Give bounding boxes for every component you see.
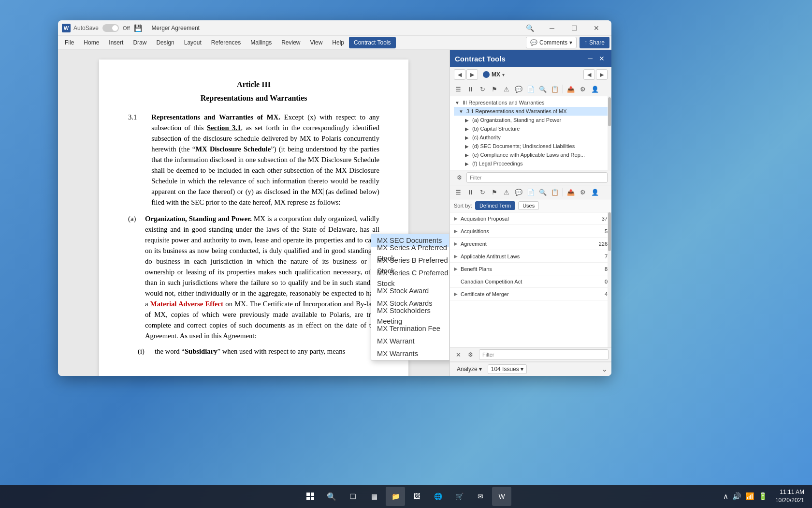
share-button[interactable]: ↑ Share: [580, 37, 609, 48]
toolbar2-refresh-icon[interactable]: ↻: [477, 187, 488, 197]
taskbar-clock[interactable]: 11:11 AM 10/20/2021: [771, 488, 808, 505]
sort-uses-btn[interactable]: Uses: [518, 201, 539, 210]
document-page[interactable]: Article III Representations and Warranti…: [99, 60, 408, 376]
nav-next-btn[interactable]: ▶: [466, 69, 478, 80]
toolbar-note-icon[interactable]: 📋: [550, 84, 560, 94]
maximize-btn[interactable]: ☐: [563, 20, 585, 36]
save-icon[interactable]: 💾: [134, 24, 142, 32]
menu-design[interactable]: Design: [151, 37, 179, 48]
tree-item-3[interactable]: ▶ (b) Capital Structure: [460, 124, 611, 133]
term-item-1[interactable]: ▶ Acquisitions 5: [450, 225, 611, 238]
taskbar-explorer-btn[interactable]: 📁: [386, 487, 405, 506]
analyze-btn[interactable]: Analyze ▾: [454, 365, 485, 374]
title-search-btn[interactable]: 🔍: [519, 20, 541, 36]
panel-nav-prev[interactable]: ◀: [583, 69, 595, 80]
term-item-5[interactable]: ▶ Canadian Competition Act 0: [450, 275, 611, 288]
menu-references[interactable]: References: [206, 37, 246, 48]
toolbar-user-icon[interactable]: 👤: [590, 84, 600, 94]
sort-by-label: Sort by:: [454, 203, 472, 209]
toolbar-comment-icon[interactable]: 💬: [513, 84, 524, 94]
bottom-settings-btn[interactable]: ⚙: [465, 349, 476, 360]
toolbar-list-icon[interactable]: ☰: [453, 84, 464, 94]
nav-prev-btn[interactable]: ◀: [454, 69, 465, 80]
expand-panel-btn[interactable]: ⌄: [602, 365, 608, 373]
tree-item-6[interactable]: ▶ (e) Compliance with Applicable Laws an…: [460, 150, 611, 159]
taskbar-taskview-btn[interactable]: ❑: [343, 487, 362, 506]
tree-item-4[interactable]: ▶ (c) Authority: [460, 133, 611, 142]
taskbar-word-btn[interactable]: W: [492, 487, 511, 506]
start-menu-btn[interactable]: [301, 487, 320, 506]
tree-item-7[interactable]: ▶ (f) Legal Proceedings: [460, 159, 611, 168]
toolbar2-pause-icon[interactable]: ⏸: [465, 187, 476, 197]
dropdown-item-8[interactable]: MX Warrant: [371, 335, 450, 347]
toolbar2-doc-icon[interactable]: 📄: [525, 187, 536, 197]
menu-view[interactable]: View: [305, 37, 328, 48]
toolbar-refresh-icon[interactable]: ↻: [477, 84, 488, 94]
panel-minimize-btn[interactable]: ─: [585, 54, 595, 63]
taskbar-mail-btn[interactable]: ✉: [471, 487, 490, 506]
close-btn[interactable]: ✕: [585, 20, 608, 36]
sort-defined-term-btn[interactable]: Defined Term: [475, 201, 515, 210]
tree-item-1[interactable]: ▼ 3.1 Representations and Warranties of …: [454, 107, 611, 116]
menu-layout[interactable]: Layout: [179, 37, 206, 48]
term-item-4[interactable]: ▶ Benefit Plans 8: [450, 263, 611, 275]
menu-help[interactable]: Help: [327, 37, 349, 48]
toolbar-settings-icon[interactable]: ⚙: [578, 84, 588, 94]
filter-input[interactable]: [466, 172, 608, 183]
tree-item-0[interactable]: ▼ III Representations and Warranties: [450, 98, 611, 107]
taskbar-widgets-btn[interactable]: ▦: [364, 487, 384, 506]
tree-item-5[interactable]: ▶ (d) SEC Documents; Undisclosed Liabili…: [460, 142, 611, 150]
document-area[interactable]: Article III Representations and Warranti…: [58, 50, 450, 376]
tray-battery-icon[interactable]: 🔋: [758, 492, 768, 501]
toolbar2-export-icon[interactable]: 📤: [566, 187, 576, 197]
menu-home[interactable]: Home: [79, 37, 104, 48]
taskbar-search-btn[interactable]: 🔍: [322, 487, 341, 506]
dropdown-item-6[interactable]: MX Stockholders Meeting: [371, 310, 450, 322]
issues-btn[interactable]: 104 Issues ▾: [488, 364, 527, 374]
dropdown-item-9[interactable]: MX Warrants: [371, 347, 450, 360]
menu-insert[interactable]: Insert: [104, 37, 128, 48]
autosave-toggle[interactable]: [102, 24, 119, 32]
toolbar2-note-icon[interactable]: 📋: [550, 187, 560, 197]
toolbar2-list-icon[interactable]: ☰: [453, 187, 464, 197]
panel-nav-next[interactable]: ▶: [596, 69, 608, 80]
toolbar2-comment-icon[interactable]: 💬: [513, 187, 524, 197]
panel-close-btn[interactable]: ✕: [597, 54, 607, 63]
bottom-close-icon[interactable]: ✕: [453, 349, 464, 360]
toolbar2-alert-icon[interactable]: ⚠: [501, 187, 512, 197]
tray-chevron-icon[interactable]: ∧: [723, 492, 728, 501]
toolbar-alert-icon[interactable]: ⚠: [501, 84, 512, 94]
menu-review[interactable]: Review: [276, 37, 305, 48]
menu-file[interactable]: File: [60, 37, 79, 48]
toolbar-search-icon[interactable]: 🔍: [537, 84, 548, 94]
term-item-6[interactable]: ▶ Certificate of Merger 4: [450, 288, 611, 300]
toolbar-doc-icon[interactable]: 📄: [525, 84, 536, 94]
toolbar2-user-icon[interactable]: 👤: [590, 187, 600, 197]
filter-settings-btn[interactable]: ⚙: [454, 172, 464, 183]
taskbar-store-btn[interactable]: 🛒: [450, 487, 469, 506]
taskbar-photos-btn[interactable]: 🖼: [407, 487, 426, 506]
toolbar-pause-icon[interactable]: ⏸: [465, 84, 476, 94]
toolbar2-search-icon[interactable]: 🔍: [537, 187, 548, 197]
bottom-filter-input[interactable]: [479, 349, 609, 360]
term-item-0[interactable]: ▶ Acquisition Proposal 37: [450, 212, 611, 225]
comments-button[interactable]: 💬 Comments ▾: [526, 37, 577, 48]
toolbar-export-icon[interactable]: 📤: [566, 84, 576, 94]
toolbar2-settings-icon[interactable]: ⚙: [578, 187, 588, 197]
menu-draw[interactable]: Draw: [128, 37, 151, 48]
term-item-3[interactable]: ▶ Applicable Antitrust Laws 7: [450, 250, 611, 263]
term-item-2[interactable]: ▶ Agreement 226: [450, 238, 611, 250]
toolbar2-flag-icon[interactable]: ⚑: [489, 187, 500, 197]
toolbar-flag-icon[interactable]: ⚑: [489, 84, 500, 94]
taskbar-browser-btn[interactable]: 🌐: [428, 487, 448, 506]
menu-mailings[interactable]: Mailings: [246, 37, 276, 48]
tree-item-2[interactable]: ▶ (a) Organization, Standing and Power: [460, 116, 611, 124]
dropdown-item-3[interactable]: MX Series C Preferred Stock: [371, 272, 450, 284]
mx-selector[interactable]: MX ▾: [483, 71, 505, 78]
menu-contract-tools[interactable]: Contract Tools: [349, 37, 395, 48]
tray-volume-icon[interactable]: 🔊: [732, 492, 741, 501]
dropdown-item-7[interactable]: MX Termination Fee: [371, 322, 450, 335]
mx-chevron-icon[interactable]: ▾: [502, 72, 505, 77]
minimize-btn[interactable]: ─: [541, 20, 563, 36]
tray-network-icon[interactable]: 📶: [745, 492, 754, 501]
